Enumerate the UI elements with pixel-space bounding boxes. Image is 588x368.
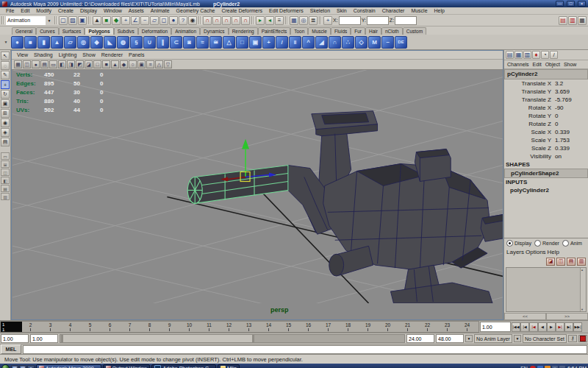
taskbar-button-mlin[interactable]: Mlin (218, 364, 240, 368)
poly-prism-icon[interactable]: ◆ (90, 36, 103, 49)
go-to-end-button[interactable]: ▶▶| (573, 322, 582, 332)
y-coordinate-input[interactable] (367, 16, 389, 25)
frame-cell[interactable]: 11 (199, 322, 219, 332)
frame-cell[interactable]: 12 (219, 322, 239, 332)
pick-mask-deformations-icon[interactable]: ◻ (159, 16, 168, 25)
animation-preferences-icon[interactable] (578, 335, 587, 342)
new-empty-layer-icon[interactable]: ▤ (567, 258, 576, 266)
menu-item[interactable]: File (3, 8, 17, 13)
menu-item[interactable]: Help (431, 8, 448, 13)
step-back-frame-button[interactable]: |◀ (520, 322, 529, 332)
attribute-name[interactable]: Translate Z (504, 96, 553, 103)
range-slider-handle[interactable] (61, 335, 254, 342)
panel-menu-item[interactable]: Lighting (57, 52, 79, 57)
attribute-name[interactable]: Visibility (504, 153, 553, 160)
shelf-tab[interactable]: Dynamics (200, 27, 229, 35)
layer-mode-radio[interactable]: Anim (562, 240, 582, 247)
hypershade-persp-layout-button[interactable]: ▤ (1, 185, 10, 192)
combine-icon[interactable]: ∪ (143, 36, 156, 49)
start-button[interactable] (1, 364, 10, 368)
attribute-name[interactable]: Translate Y (504, 88, 553, 95)
internet-explorer-icon[interactable]: e (27, 365, 35, 368)
frame-cell[interactable]: 2 (21, 322, 40, 332)
snap-to-grid-icon[interactable]: ∩ (203, 16, 212, 25)
poly-plane-icon[interactable]: ▱ (64, 36, 76, 49)
close-button[interactable]: × (578, 1, 586, 7)
show-channel-box-icon[interactable]: ▦ (578, 16, 587, 25)
character-set-selector[interactable]: No Character Set (523, 334, 567, 343)
absolute-relative-toggle-icon[interactable]: + (323, 16, 332, 25)
panel-menu-item[interactable]: Show (80, 52, 98, 57)
select-by-component-icon[interactable]: ◆ (112, 16, 121, 25)
shelf-tab[interactable]: Toon (290, 27, 308, 35)
snap-to-view-plane-icon[interactable]: ∩ (232, 16, 240, 25)
select-by-hierarchy-icon[interactable]: ▲ (93, 16, 101, 25)
shelf-menu-button[interactable]: ▼ (1, 35, 10, 49)
channel-speed-icon[interactable]: ▥ (523, 51, 531, 59)
poly-torus-icon[interactable]: ◎ (77, 36, 90, 49)
minimize-button[interactable]: — (556, 1, 564, 7)
poly-cylinder-icon[interactable]: ▮ (37, 36, 50, 49)
section-grip[interactable] (319, 16, 322, 24)
media-tray-icon[interactable]: ▶ (545, 366, 551, 368)
pick-mask-joints-icon[interactable]: ∠ (131, 16, 140, 25)
go-to-start-button[interactable]: |◀◀ (512, 322, 520, 332)
menu-set-selector[interactable]: Animation ▼ (6, 16, 53, 25)
attribute-value[interactable]: 1.753 (553, 137, 588, 144)
shadows-icon[interactable]: □ (93, 60, 101, 68)
shelf-tab[interactable]: Curves (36, 27, 59, 35)
step-forward-key-button[interactable]: ▶| (556, 322, 564, 332)
shelf-tab[interactable]: nCloth (381, 27, 403, 35)
z-coordinate-input[interactable] (395, 16, 417, 25)
messenger-tray-icon[interactable]: ♦ (537, 366, 543, 368)
show-manipulator-tool[interactable]: ◈ (1, 128, 10, 137)
menu-item[interactable]: Constrain (351, 8, 379, 13)
shelf-tab[interactable]: Fluids (331, 27, 351, 35)
save-scene-icon[interactable]: ▣ (78, 16, 87, 25)
append-polygon-icon[interactable]: + (262, 36, 275, 49)
render-settings-icon[interactable]: ≣ (309, 16, 318, 25)
frame-cell[interactable]: 24 (457, 322, 477, 332)
snap-to-curve-icon[interactable]: ∩ (212, 16, 221, 25)
menu-item[interactable]: Edit Deformers (266, 8, 306, 13)
maximize-button[interactable]: □ (567, 1, 575, 7)
hyperbolic-icon[interactable]: ♦ (532, 51, 540, 59)
shelf-tab[interactable]: General (12, 27, 36, 35)
mel-tab[interactable]: MEL (1, 344, 21, 354)
panel-menu-item[interactable]: View (15, 52, 30, 57)
layer-next-button[interactable]: >> (546, 313, 588, 320)
command-input[interactable] (23, 345, 587, 354)
step-forward-frame-button[interactable]: ▶| (564, 322, 573, 332)
poly-cube-icon[interactable]: ■ (24, 36, 37, 49)
layer-list[interactable] (506, 267, 587, 312)
poly-pipe-icon[interactable]: ◍ (117, 36, 129, 49)
frame-cell[interactable]: 17 (318, 322, 338, 332)
attribute-value[interactable]: 0.339 (553, 129, 588, 135)
menu-item[interactable]: Skin (334, 8, 350, 13)
layer-menu-item[interactable]: Options (526, 249, 546, 255)
pick-mask-dynamics-icon[interactable]: ● (169, 16, 178, 25)
section-grip[interactable] (54, 16, 57, 24)
construction-history-icon[interactable]: ≡ (275, 16, 284, 25)
new-layer-from-selected-icon[interactable]: ▥ (577, 258, 586, 266)
section-grip[interactable] (1, 16, 4, 24)
frame-cell[interactable]: 19 (358, 322, 378, 332)
use-lights-icon[interactable]: ◪ (85, 60, 93, 68)
menu-item[interactable]: Modify (33, 8, 54, 13)
lasso-select-tool[interactable]: ◌ (1, 61, 10, 70)
attribute-name[interactable]: Scale Z (504, 145, 553, 152)
shape-node-name[interactable]: pCylinderShape2 (504, 169, 588, 178)
shelf-tab[interactable]: Polygons (85, 27, 113, 35)
frame-cell[interactable]: 22 (417, 322, 437, 332)
section-grip[interactable] (251, 16, 254, 24)
soft-modification-tool[interactable]: ◉ (1, 118, 10, 127)
pick-mask-surfaces-icon[interactable]: ▱ (150, 16, 159, 25)
menu-item[interactable]: Character (379, 8, 408, 13)
menu-item[interactable]: Geometry Cache (173, 8, 218, 13)
panel-menu-item[interactable]: Shading (32, 52, 55, 57)
film-gate-icon[interactable]: ▽ (164, 60, 172, 68)
textured-mode-icon[interactable]: ◩ (76, 60, 84, 68)
poly-helix-icon[interactable]: § (130, 36, 143, 49)
animation-end-field[interactable] (436, 334, 464, 343)
bookmarks-icon[interactable]: ▤ (40, 60, 49, 68)
